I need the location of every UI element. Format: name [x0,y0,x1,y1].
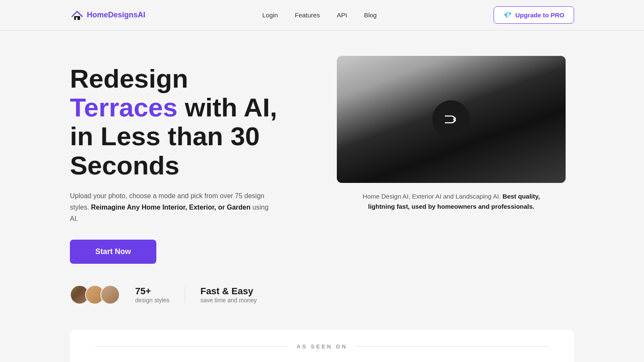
hero-right: Home Design AI, Exterior AI and Landscap… [328,56,574,212]
hero-section: Redesign Terraces with AI, in Less than … [0,30,644,321]
logo[interactable]: HomeDesignsAI [70,8,145,22]
logo-icon [70,8,84,22]
shuffle-arrows-svg [442,110,461,129]
stat-fast-title: Fast & Easy [200,286,257,297]
logo-text: HomeDesignsAI [87,11,145,19]
stat-fast-sub: save time and money [200,297,257,304]
hero-left: Redesign Terraces with AI, in Less than … [70,56,303,304]
stat-fast: Fast & Easy save time and money [200,286,257,304]
hero-image-container [337,56,566,183]
avatar-3 [100,285,120,304]
hero-caption: Home Design AI, Exterior AI and Landscap… [345,191,557,212]
nav-login[interactable]: Login [262,11,278,19]
hero-description: Upload your photo, choose a mode and pic… [70,190,273,225]
as-seen-on-title: AS SEEN ON [95,343,549,350]
avatar-img-3 [101,286,119,304]
navbar: HomeDesignsAI Login Features API Blog 💎 … [0,0,644,30]
nav-blog[interactable]: Blog [364,11,377,19]
upgrade-icon: 💎 [503,11,512,19]
avatar-group [70,285,120,304]
hero-caption-plain: Home Design AI, Exterior AI and Landscap… [363,193,502,200]
nav-links: Login Features API Blog [262,11,377,19]
svg-rect-2 [76,17,78,20]
as-seen-on-label: AS SEEN ON [297,343,347,350]
shuffle-icon [432,100,470,138]
stat-number: 75+ [135,286,169,297]
hero-title-plain: Redesign [70,64,188,93]
hero-image-placeholder [337,56,566,183]
svg-rect-0 [70,8,84,22]
hero-title: Redesign Terraces with AI, in Less than … [70,64,303,180]
hero-desc-bold: Reimagine Any Home Interior, Exterior, o… [91,204,250,211]
stat-divider [185,286,185,303]
nav-features[interactable]: Features [295,11,320,19]
stats-row: 75+ design styles Fast & Easy save time … [70,285,303,304]
start-now-button[interactable]: Start Now [70,240,156,264]
stat-styles: 75+ design styles [135,286,169,304]
upgrade-label: Upgrade to PRO [515,11,564,19]
upgrade-button[interactable]: 💎 Upgrade to PRO [494,6,574,24]
as-seen-on-section: AS SEEN ON FOX DIGITAL Market BLOOM ROI [70,330,574,362]
hero-title-accent: Terraces [70,93,178,122]
nav-api[interactable]: API [337,11,347,19]
stat-label: design styles [135,297,169,304]
